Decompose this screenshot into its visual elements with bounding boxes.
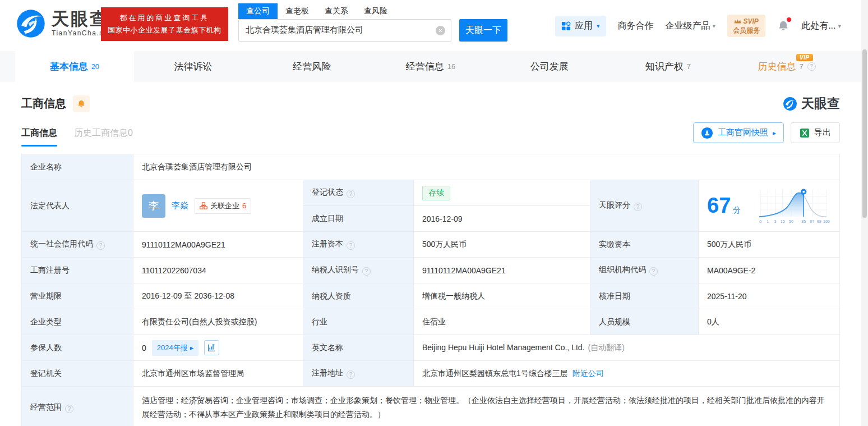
tab-label: 经营信息 <box>406 60 444 73</box>
reg-status-cell: 存续 <box>414 180 590 206</box>
legal-rep-link[interactable]: 李焱 <box>172 200 188 211</box>
company-type-value: 有限责任公司(自然人投资或控股) <box>133 309 303 335</box>
reg-capital-label: 注册资本? <box>303 232 414 258</box>
svg-text:15: 15 <box>781 219 785 224</box>
site-logo[interactable]: 天眼查 TianYanCha.com <box>16 8 114 39</box>
svg-text:99: 99 <box>817 219 821 224</box>
monitor-bell-button[interactable] <box>73 95 90 112</box>
main-content: 工商信息 天眼查 工商信息 历史工商信息 <box>0 95 861 426</box>
caret-down-icon: ▾ <box>597 22 600 30</box>
user-menu[interactable]: 此处有... ▾ <box>801 20 841 32</box>
svg-text:3: 3 <box>774 219 777 224</box>
apps-menu[interactable]: 应用 ▾ <box>555 16 606 36</box>
search-input-wrap: ✕ <box>238 19 451 42</box>
related-companies-badge[interactable]: 关联企业 6 <box>195 198 251 214</box>
enterprise-products-link[interactable]: 企业级产品 ▾ <box>666 20 716 32</box>
score-distribution-chart: 0 1 3 15 50 85 97 99 100 <box>755 187 831 225</box>
help-icon[interactable]: ? <box>807 62 816 71</box>
tab-intellectual-property[interactable]: 知识产权 7 <box>609 51 728 82</box>
snapshot-button-label: 工商官网快照 <box>718 127 768 138</box>
en-name-cell: Beijing Hepu Huiji Hotel Management Co.,… <box>414 335 840 361</box>
insured-trend-button[interactable] <box>204 340 219 355</box>
search-tab-risk[interactable]: 查风险 <box>356 3 395 19</box>
help-icon[interactable]: ? <box>347 370 355 379</box>
taxpayer-id-value: 91110112MA00A9GE21 <box>414 258 590 283</box>
tab-count: 7 <box>800 62 804 71</box>
table-row: 营业期限 2016-12-09 至 2036-12-08 纳税人资质 增值税一般… <box>22 283 840 309</box>
reg-number-label: 工商注册号 <box>22 258 133 283</box>
clear-search-icon[interactable]: ✕ <box>436 26 445 35</box>
company-section-tabs: 基本信息 20 法律诉讼 经营风险 经营信息 16 公司发展 知识产权 7 VI… <box>0 51 861 82</box>
caret-down-icon: ▾ <box>713 22 716 30</box>
caret-down-icon: ▾ <box>838 22 841 30</box>
table-row: 工商注册号 110112022607034 纳税人识别号? 91110112MA… <box>22 258 840 283</box>
business-scope-label: 经营范围? <box>22 387 133 426</box>
tab-history-info[interactable]: VIP 历史信息 7 ? <box>727 51 846 82</box>
svg-text:50: 50 <box>789 219 793 224</box>
subtab-history-business-info[interactable]: 历史工商信息0 <box>74 127 133 146</box>
insured-label: 参保人数 <box>22 335 133 361</box>
reg-status-label: 登记状态? <box>303 180 414 206</box>
en-name-value: Beijing Hepu Huiji Hotel Management Co.,… <box>422 343 585 352</box>
search-input[interactable] <box>239 20 427 40</box>
org-chart-icon <box>200 202 207 209</box>
search-tab-company[interactable]: 查公司 <box>238 3 278 19</box>
official-snapshot-button[interactable]: 工商官网快照 ▸ <box>693 122 784 143</box>
export-button[interactable]: 导出 <box>791 122 840 143</box>
scrollbar[interactable] <box>861 0 868 426</box>
notifications-bell[interactable] <box>777 20 789 32</box>
subtab-business-info[interactable]: 工商信息 <box>21 127 57 146</box>
svg-text:0: 0 <box>759 219 761 224</box>
svip-sublabel: 会员服务 <box>733 26 760 35</box>
help-icon[interactable]: ? <box>96 241 105 250</box>
reg-number-value: 110112022607034 <box>133 258 303 283</box>
address-value: 北京市通州区梨园镇东总屯1号综合楼三层 <box>422 369 568 378</box>
table-row: 经营范围? 酒店管理；经济贸易咨询；企业管理咨询；市场调查；企业形象策划；餐饮管… <box>22 387 840 426</box>
avatar[interactable]: 李 <box>142 194 165 218</box>
search-block: 查公司 查老板 查关系 查风险 ✕ 天眼一下 <box>238 3 507 42</box>
promo-banner-line1: 都在用的商业查询工具 <box>108 12 221 24</box>
industry-value: 住宿业 <box>414 309 590 335</box>
table-row: 统一社会信用代码? 91110112MA00A9GE21 注册资本? 500万人… <box>22 232 840 258</box>
scrollbar-thumb[interactable] <box>862 49 867 218</box>
promo-banner: 都在用的商业查询工具 国家中小企业发展子基金旗下机构 <box>101 7 228 41</box>
score-cell: 67分 <box>699 180 840 232</box>
tab-count: 20 <box>91 62 99 71</box>
business-cooperation-link[interactable]: 商务合作 <box>618 20 654 32</box>
help-icon[interactable]: ? <box>634 203 642 211</box>
table-row: 登记机关 北京市通州区市场监督管理局 注册地址? 北京市通州区梨园镇东总屯1号综… <box>22 361 840 387</box>
help-icon[interactable]: ? <box>65 405 73 413</box>
help-icon[interactable]: ? <box>347 241 355 250</box>
annual-report-badge[interactable]: 2024年报 ▸ <box>152 340 198 356</box>
notification-dot <box>787 17 791 22</box>
help-icon[interactable]: ? <box>649 267 658 276</box>
score-value[interactable]: 67分 <box>707 194 741 218</box>
tab-company-development[interactable]: 公司发展 <box>490 51 609 82</box>
score-axis-ticks: 0 1 3 15 50 85 97 99 100 <box>759 219 830 224</box>
search-row: ✕ 天眼一下 <box>238 19 507 42</box>
nearby-companies-link[interactable]: 附近公司 <box>572 369 604 378</box>
search-tab-relation[interactable]: 查关系 <box>317 3 356 19</box>
svg-text:100: 100 <box>823 219 830 224</box>
tab-operating-info[interactable]: 经营信息 16 <box>371 51 490 82</box>
search-button[interactable]: 天眼一下 <box>459 19 507 42</box>
help-icon[interactable]: ? <box>362 267 371 276</box>
staff-size-label: 人员规模 <box>590 309 699 335</box>
company-name-label: 企业名称 <box>22 154 133 180</box>
search-tab-boss[interactable]: 查老板 <box>278 3 317 19</box>
svip-member-badge[interactable]: SVIP 会员服务 <box>727 15 765 37</box>
tab-operating-risk[interactable]: 经营风险 <box>252 51 371 82</box>
address-label: 注册地址? <box>303 361 414 387</box>
help-icon[interactable]: ? <box>347 190 355 198</box>
tab-label: 经营风险 <box>293 60 331 73</box>
tianyancha-logo-icon <box>16 8 46 39</box>
tab-basic-info[interactable]: 基本信息 20 <box>15 51 134 82</box>
score-label: 天眼评分? <box>590 180 699 232</box>
table-row: 参保人数 0 2024年报 ▸ <box>22 335 840 361</box>
credit-code-label: 统一社会信用代码? <box>22 232 133 258</box>
business-info-table: 企业名称 北京合璞荟集酒店管理有限公司 法定代表人 李 李焱 <box>21 154 840 426</box>
taxpayer-id-label: 纳税人识别号? <box>303 258 414 283</box>
tab-legal-litigation[interactable]: 法律诉讼 <box>134 51 253 82</box>
watermark-logo: 天眼查 <box>783 95 840 112</box>
business-cooperation-label: 商务合作 <box>618 20 654 32</box>
